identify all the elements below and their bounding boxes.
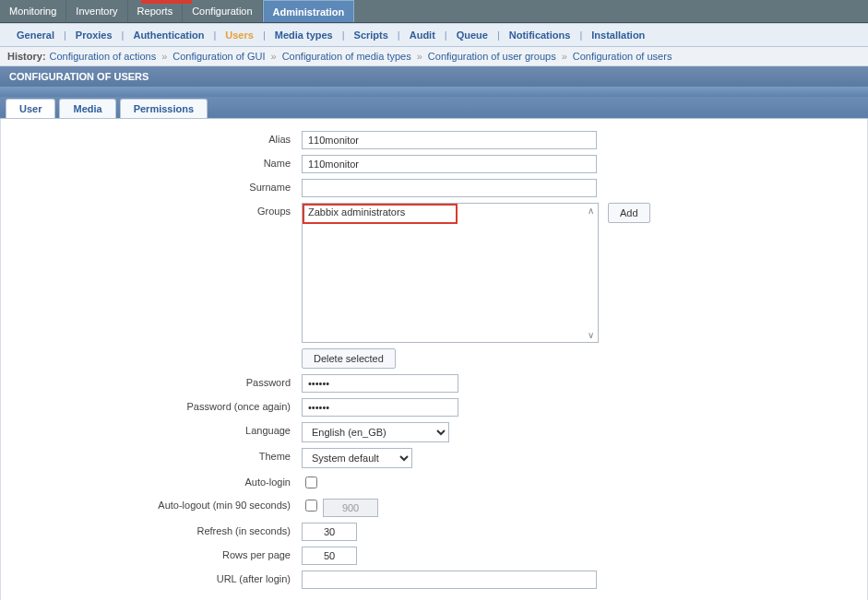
history-bar: History: Configuration of actions» Confi… bbox=[0, 47, 868, 66]
groups-listbox[interactable]: Zabbix administrators ∧ ∨ bbox=[302, 203, 599, 343]
nav-inventory[interactable]: Inventory bbox=[66, 0, 127, 22]
label-url: URL (after login) bbox=[1, 568, 298, 592]
nav-monitoring[interactable]: Monitoring bbox=[0, 0, 66, 22]
sub-nav: General| Proxies| Authentication| Users|… bbox=[0, 23, 868, 47]
subnav-users[interactable]: Users bbox=[216, 29, 263, 41]
autologout-input bbox=[323, 499, 378, 517]
label-groups: Groups bbox=[1, 200, 298, 371]
password-input[interactable] bbox=[302, 374, 458, 393]
label-autologout: Auto-logout (min 90 seconds) bbox=[1, 494, 298, 520]
main-nav: Monitoring Inventory Reports Configurati… bbox=[0, 0, 868, 23]
label-password: Password bbox=[1, 371, 298, 395]
page-title: Configuration of users bbox=[0, 66, 868, 87]
label-password2: Password (once again) bbox=[1, 395, 298, 419]
history-link[interactable]: Configuration of user groups bbox=[428, 51, 556, 62]
subnav-scripts[interactable]: Scripts bbox=[345, 29, 398, 41]
password-again-input[interactable] bbox=[302, 398, 458, 417]
history-link[interactable]: Configuration of media types bbox=[282, 51, 411, 62]
surname-input[interactable] bbox=[302, 179, 597, 197]
nav-administration[interactable]: Administration bbox=[263, 0, 355, 22]
nav-configuration[interactable]: Configuration bbox=[183, 0, 262, 22]
label-surname: Surname bbox=[1, 176, 298, 200]
subnav-audit[interactable]: Audit bbox=[400, 29, 445, 41]
delete-selected-button[interactable]: Delete selected bbox=[302, 348, 396, 369]
label-language: Language bbox=[1, 419, 298, 445]
subnav-proxies[interactable]: Proxies bbox=[66, 29, 122, 41]
form-area: Alias Name Surname Groups Zabbix adminis… bbox=[0, 119, 868, 600]
refresh-input[interactable] bbox=[302, 523, 357, 541]
url-input[interactable] bbox=[302, 571, 597, 589]
tab-user[interactable]: User bbox=[6, 99, 55, 118]
name-input[interactable] bbox=[302, 155, 597, 173]
group-item[interactable]: Zabbix administrators bbox=[303, 204, 598, 220]
label-rows: Rows per page bbox=[1, 544, 298, 568]
history-link[interactable]: Configuration of GUI bbox=[172, 51, 265, 62]
subnav-installation[interactable]: Installation bbox=[582, 29, 654, 41]
alias-input[interactable] bbox=[302, 131, 597, 149]
subnav-queue[interactable]: Queue bbox=[447, 29, 497, 41]
label-alias: Alias bbox=[1, 128, 298, 152]
form-tabs: User Media Permissions bbox=[0, 97, 868, 119]
label-autologin: Auto-login bbox=[1, 471, 298, 494]
autologin-checkbox[interactable] bbox=[305, 476, 317, 488]
rows-input[interactable] bbox=[302, 547, 357, 565]
history-label: History: bbox=[7, 51, 46, 62]
subnav-general[interactable]: General bbox=[7, 29, 64, 41]
history-link[interactable]: Configuration of users bbox=[573, 51, 672, 62]
history-link[interactable]: Configuration of actions bbox=[50, 51, 157, 62]
add-group-button[interactable]: Add bbox=[608, 203, 650, 223]
label-theme: Theme bbox=[1, 445, 298, 471]
language-select[interactable]: English (en_GB) bbox=[302, 422, 449, 442]
label-refresh: Refresh (in seconds) bbox=[1, 520, 298, 544]
tab-permissions[interactable]: Permissions bbox=[120, 99, 208, 118]
scroll-up-icon[interactable]: ∧ bbox=[588, 206, 594, 216]
subnav-notifications[interactable]: Notifications bbox=[500, 29, 580, 41]
autologout-checkbox[interactable] bbox=[305, 500, 317, 512]
scroll-down-icon[interactable]: ∨ bbox=[588, 330, 594, 340]
label-name: Name bbox=[1, 152, 298, 176]
subnav-media-types[interactable]: Media types bbox=[266, 29, 342, 41]
brand-strip bbox=[141, 0, 192, 4]
tab-media[interactable]: Media bbox=[59, 99, 115, 118]
theme-select[interactable]: System default bbox=[302, 448, 412, 468]
subnav-authentication[interactable]: Authentication bbox=[124, 29, 213, 41]
